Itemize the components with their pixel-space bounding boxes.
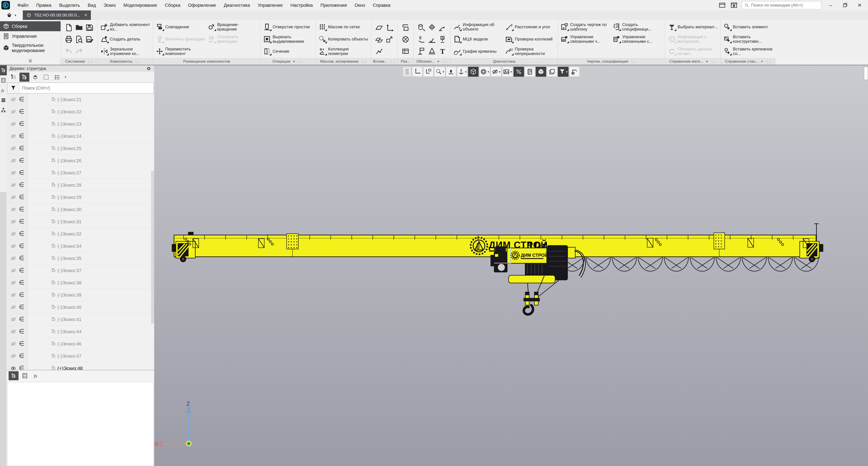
- hide-objects-button[interactable]: ▾: [491, 67, 502, 77]
- tree-item-label[interactable]: (-)Эскиз:29: [57, 195, 81, 200]
- tree-tab-structure[interactable]: [8, 371, 19, 380]
- eye-hidden-icon[interactable]: [10, 219, 16, 225]
- tree-row[interactable]: ∈(-)Эскиз:32: [7, 228, 154, 240]
- print-button[interactable]: [65, 35, 73, 43]
- cut-extrude-button[interactable]: Вырезать выдавливанием: [262, 33, 314, 45]
- construction-plane-button[interactable]: [375, 24, 383, 32]
- eye-hidden-icon[interactable]: [10, 341, 16, 347]
- menu-item-4[interactable]: Вид: [84, 3, 100, 8]
- sidebar-panel-checklist-icon[interactable]: [0, 75, 7, 85]
- tree-row[interactable]: ∈(-)Эскиз:30: [7, 203, 154, 215]
- eye-hidden-icon[interactable]: [10, 96, 16, 103]
- tree-item-label[interactable]: (-)Эскиз:44: [57, 329, 81, 334]
- eye-hidden-icon[interactable]: [10, 158, 16, 164]
- menu-item-10[interactable]: Управление: [254, 3, 287, 8]
- text-label-button[interactable]: T: [438, 47, 446, 55]
- tree-row[interactable]: ∈(-)Эскиз:47: [7, 350, 154, 362]
- tree-row[interactable]: ∈(-)Эскиз:39: [7, 289, 154, 301]
- menu-item-3[interactable]: Выделить: [55, 3, 84, 8]
- tree-row[interactable]: ∈(-)Эскиз:37: [7, 264, 154, 276]
- zoom-tool-button[interactable]: ▾: [434, 67, 445, 77]
- tree-item-label[interactable]: (-)Эскиз:25: [57, 146, 81, 151]
- tree-item-label[interactable]: (-)Эскиз:31: [57, 219, 81, 225]
- viewport-3d[interactable]: ДИМ СТРОЙ 10т ДИМ СТРОЙ: [154, 65, 868, 466]
- tree-row[interactable]: ∈(-)Эскиз:25: [7, 142, 154, 154]
- group-drag-handle[interactable]: ⋮⋮: [710, 59, 716, 64]
- menu-item-9[interactable]: Диагностика: [220, 3, 254, 8]
- tree-item-label[interactable]: (-)Эскиз:47: [57, 353, 81, 359]
- eye-hidden-icon[interactable]: [10, 353, 16, 359]
- hoist-trolley[interactable]: ДИМ СТРОЙ: [491, 245, 586, 315]
- group-dropdown-icon[interactable]: ▼: [437, 60, 440, 63]
- command-search[interactable]: [742, 1, 822, 9]
- tree-item-label[interactable]: (-)Эскиз:24: [57, 134, 81, 139]
- group-drag-handle[interactable]: ⋮⋮: [390, 59, 396, 64]
- tree-row[interactable]: ∈(-)Эскиз:44: [7, 325, 154, 338]
- tree-structure-view-button[interactable]: [20, 72, 29, 82]
- mass-properties-button[interactable]: МЦХ модели: [452, 33, 504, 45]
- grid-array-button[interactable]: Массив по сетке: [318, 21, 369, 33]
- tree-row[interactable]: ∈(+)Эскиз:48: [7, 362, 154, 370]
- selection-filter-button[interactable]: [41, 72, 51, 82]
- eye-hidden-icon[interactable]: [10, 243, 16, 249]
- menu-item-1[interactable]: Файл: [13, 3, 32, 8]
- tree-row[interactable]: ∈(-)Эскиз:24: [7, 130, 154, 142]
- tree-item-label[interactable]: (-)Эскиз:26: [57, 158, 81, 163]
- coordinate-axes-button[interactable]: [385, 24, 394, 32]
- group-dropdown-icon[interactable]: ▼: [706, 60, 708, 63]
- print-preview-button[interactable]: [75, 35, 83, 43]
- coincidence-button[interactable]: Совпадение: [155, 21, 206, 33]
- filter-funnel-icon[interactable]: [7, 83, 20, 93]
- sketch-mode-button[interactable]: [412, 67, 423, 77]
- curvature-graph-button[interactable]: График кривизны: [452, 45, 504, 57]
- insert-constructive-button[interactable]: Вставить конструктивн...: [722, 33, 774, 45]
- library-panel-button[interactable]: [569, 67, 580, 77]
- toolbar-drag-handle[interactable]: [403, 67, 411, 77]
- mirror-component-button[interactable]: Зеркальное отражение ко...: [99, 45, 151, 57]
- rotation-rotation-button[interactable]: Вращение-вращение: [207, 21, 258, 33]
- tab-close-icon[interactable]: ×: [83, 12, 87, 18]
- sidebar-panel-hierarchy-icon[interactable]: [0, 105, 7, 115]
- eye-hidden-icon[interactable]: [10, 231, 16, 237]
- eye-hidden-icon[interactable]: [10, 194, 16, 200]
- sidebar-panel-tree-icon[interactable]: [0, 65, 7, 75]
- group-drag-handle[interactable]: ⋮⋮: [442, 59, 448, 64]
- offset-plane-button[interactable]: [375, 35, 383, 43]
- eye-hidden-icon[interactable]: [10, 268, 16, 273]
- tree-item-label[interactable]: (-)Эскиз:35: [57, 256, 81, 261]
- display-filter-button[interactable]: [52, 72, 62, 82]
- open-document-button[interactable]: [75, 24, 83, 32]
- tree-row[interactable]: ∈(-)Эскиз:26: [7, 154, 154, 167]
- eye-hidden-icon[interactable]: [10, 207, 16, 212]
- crane-model-scene[interactable]: ДИМ СТРОЙ 10т ДИМ СТРОЙ: [154, 65, 868, 466]
- create-part-button[interactable]: Создать деталь: [99, 33, 151, 45]
- sheet-display-button[interactable]: [547, 67, 557, 77]
- section-button[interactable]: Сечение: [262, 45, 314, 57]
- eye-hidden-icon[interactable]: [10, 145, 16, 151]
- eye-hidden-icon[interactable]: [10, 292, 16, 298]
- collapse-ribbon-chevron-icon[interactable]: [0, 58, 61, 65]
- tree-item-label[interactable]: (-)Эскиз:39: [57, 292, 81, 298]
- save-button[interactable]: [86, 24, 94, 32]
- sidebar-panel-layersBars-icon[interactable]: [0, 95, 7, 105]
- minimize-button[interactable]: –: [826, 1, 836, 9]
- tree-scrollbar[interactable]: [151, 171, 154, 323]
- menu-item-7[interactable]: Сборка: [161, 3, 184, 8]
- eye-hidden-icon[interactable]: [10, 109, 16, 115]
- copy-objects-button[interactable]: Копировать объекты: [318, 33, 369, 45]
- eye-hidden-icon[interactable]: [10, 329, 16, 334]
- section-view-button[interactable]: [401, 24, 410, 32]
- tree-item-label[interactable]: (-)Эскиз:22: [57, 109, 81, 114]
- roughness-button[interactable]: [428, 35, 436, 43]
- eye-hidden-icon[interactable]: [10, 255, 16, 261]
- new-document-button[interactable]: [65, 24, 73, 32]
- group-drag-handle[interactable]: ⋮⋮: [298, 59, 304, 64]
- group-dropdown-icon[interactable]: ▼: [761, 60, 763, 63]
- tree-row[interactable]: ∈(-)Эскиз:35: [7, 252, 154, 264]
- crane-hook[interactable]: [524, 305, 533, 315]
- tolerance-button[interactable]: [428, 47, 436, 55]
- menu-item-2[interactable]: Правка: [32, 3, 55, 8]
- spec-panel-button[interactable]: [525, 67, 535, 77]
- save-as-button[interactable]: [86, 35, 94, 43]
- create-drawing-button[interactable]: ТСоздать чертеж по шаблону: [560, 21, 611, 33]
